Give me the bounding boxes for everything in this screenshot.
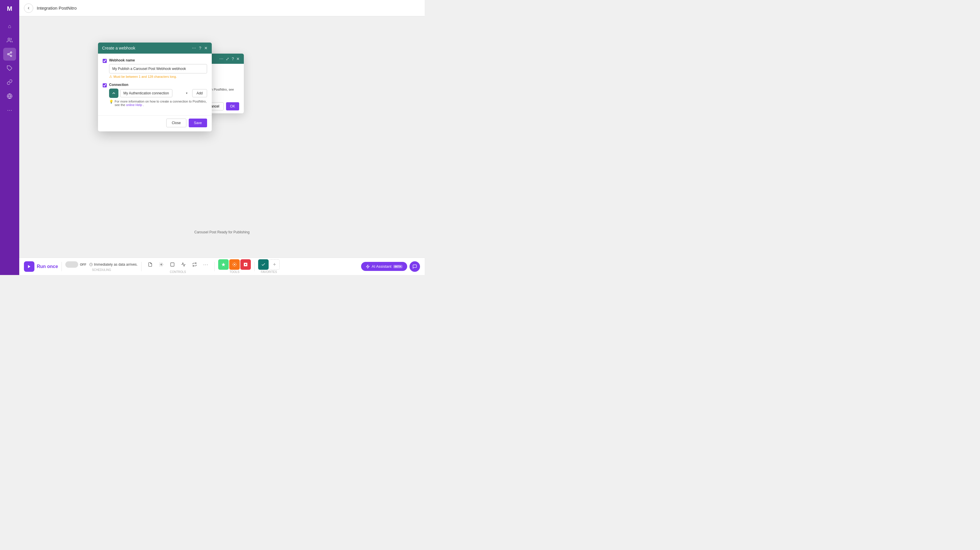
tools-btn-3[interactable] xyxy=(240,259,251,270)
sidebar-logo: M xyxy=(5,3,15,14)
connection-checkbox[interactable] xyxy=(103,83,107,87)
main-dialog: Create a webhook ⋯ ? ✕ Webhook name ⚠ xyxy=(98,43,212,132)
connection-select-wrapper: My Authentication connection xyxy=(120,89,191,97)
chat-button[interactable] xyxy=(409,261,420,272)
main-content: Integration PostNitro ...ro ⋯ ⤢ ? ✕ hook… xyxy=(19,0,425,275)
run-once-label: Run once xyxy=(37,264,58,269)
connection-help-text: 💡 For more information on how to create … xyxy=(109,100,207,107)
main-dialog-more-button[interactable]: ⋯ xyxy=(192,46,196,50)
svg-point-3 xyxy=(11,55,12,57)
schedule-info: Immediately as data arrives. xyxy=(89,263,138,266)
page-title: Integration PostNitro xyxy=(37,6,77,11)
tools-label: TOOLS xyxy=(229,270,239,274)
ai-assistant-button[interactable]: AI Assistant BETA xyxy=(361,262,407,271)
main-dialog-body: Webhook name ⚠ Must be between 1 and 128… xyxy=(98,54,212,116)
back-button[interactable] xyxy=(24,3,33,13)
toolbar-divider-2 xyxy=(141,262,142,271)
controls-btn-1[interactable] xyxy=(145,259,156,270)
connection-field-row: Connection My Authentication connection xyxy=(103,83,207,107)
controls-btn-5[interactable] xyxy=(189,259,200,270)
main-dialog-close-button[interactable]: ✕ xyxy=(204,46,208,50)
svg-point-2 xyxy=(8,54,9,55)
warning-icon: ⚠ xyxy=(109,74,112,79)
sidebar-item-puzzle[interactable] xyxy=(3,62,16,74)
schedule-text: Immediately as data arrives. xyxy=(94,263,138,266)
top-bar: Integration PostNitro xyxy=(19,0,425,16)
scheduling-section: OFF Immediately as data arrives. SCHEDUL… xyxy=(65,261,138,271)
controls-btn-4[interactable] xyxy=(178,259,189,270)
controls-btn-2[interactable] xyxy=(156,259,167,270)
main-dialog-help-button[interactable]: ? xyxy=(199,46,201,50)
webhook-name-field-row: Webhook name ⚠ Must be between 1 and 128… xyxy=(103,58,207,79)
sidebar-item-link[interactable] xyxy=(3,76,16,89)
tools-section: TOOLS xyxy=(218,259,251,274)
webhook-name-field-content: Webhook name ⚠ Must be between 1 and 128… xyxy=(109,58,207,79)
beta-badge: BETA xyxy=(393,265,402,268)
controls-more-btn[interactable]: ⋯ xyxy=(200,259,211,270)
bg-dialog-more-button[interactable]: ⋯ xyxy=(220,57,223,61)
bg-dialog-close-button[interactable]: ✕ xyxy=(236,57,240,61)
sidebar-item-more[interactable]: ⋯ xyxy=(3,104,16,117)
scheduling-label: SCHEDULING xyxy=(92,268,111,271)
webhook-name-label: Webhook name xyxy=(109,58,207,62)
controls-section: ⋯ CONTROLS xyxy=(145,259,211,274)
favorites-section: + FAVORITES xyxy=(258,259,280,274)
off-label: OFF xyxy=(80,263,86,266)
controls-label: CONTROLS xyxy=(170,270,186,274)
sidebar-item-globe[interactable] xyxy=(3,90,16,103)
connection-field-content: Connection My Authentication connection xyxy=(109,83,207,107)
main-dialog-footer: Close Save xyxy=(98,116,212,132)
main-dialog-title: Create a webhook xyxy=(102,46,135,51)
svg-line-4 xyxy=(9,54,11,55)
add-connection-button[interactable]: Add xyxy=(192,89,207,97)
favorites-add-btn[interactable]: + xyxy=(269,259,280,270)
favorites-label: FAVORITES xyxy=(261,270,277,274)
tools-btn-1[interactable] xyxy=(218,259,229,270)
sidebar-item-users[interactable] xyxy=(3,34,16,47)
dialog-save-button[interactable]: Save xyxy=(189,119,207,127)
run-once-play-button[interactable] xyxy=(24,261,34,272)
svg-marker-10 xyxy=(28,265,30,268)
dialog-close-button[interactable]: Close xyxy=(166,119,186,127)
svg-rect-13 xyxy=(171,263,174,266)
connection-help-link[interactable]: online Help xyxy=(126,103,142,107)
svg-line-5 xyxy=(9,53,11,54)
tools-btn-2[interactable] xyxy=(229,259,240,270)
svg-marker-16 xyxy=(366,265,369,268)
canvas-area: ...ro ⋯ ⤢ ? ✕ hook ↺ Create a webhook or… xyxy=(19,16,425,258)
svg-point-14 xyxy=(234,264,235,265)
validation-message: ⚠ Must be between 1 and 128 characters l… xyxy=(109,74,207,79)
bottom-info-text: Carousel Post Ready for Publishing xyxy=(194,230,250,234)
sidebar-item-share[interactable] xyxy=(3,48,16,60)
bg-dialog-ok-button[interactable]: OK xyxy=(226,102,239,110)
connection-service-icon xyxy=(109,89,118,98)
connection-select[interactable]: My Authentication connection xyxy=(120,89,172,97)
run-once-group: Run once xyxy=(24,261,58,272)
connection-label: Connection xyxy=(109,83,207,87)
controls-btn-3[interactable] xyxy=(167,259,178,270)
bottom-toolbar: Run once OFF Immediately as data arrives… xyxy=(19,258,425,275)
bg-dialog-expand-button[interactable]: ⤢ xyxy=(226,57,229,61)
favorites-btn-1[interactable] xyxy=(258,259,269,270)
webhook-name-input[interactable] xyxy=(109,64,207,73)
toolbar-divider-1 xyxy=(62,262,62,271)
help-info-icon: 💡 xyxy=(109,100,113,104)
sidebar-item-home[interactable]: ⌂ xyxy=(3,20,16,33)
webhook-name-checkbox[interactable] xyxy=(103,59,107,63)
sidebar: M ⌂ ⋯ xyxy=(0,0,19,275)
svg-point-0 xyxy=(8,38,10,40)
main-dialog-header: Create a webhook ⋯ ? ✕ xyxy=(98,43,212,54)
scheduling-toggle[interactable] xyxy=(65,261,78,268)
bg-dialog-help-button[interactable]: ? xyxy=(232,57,234,61)
svg-point-12 xyxy=(161,264,162,265)
connection-row: My Authentication connection Add xyxy=(109,89,207,98)
svg-point-1 xyxy=(11,52,12,53)
